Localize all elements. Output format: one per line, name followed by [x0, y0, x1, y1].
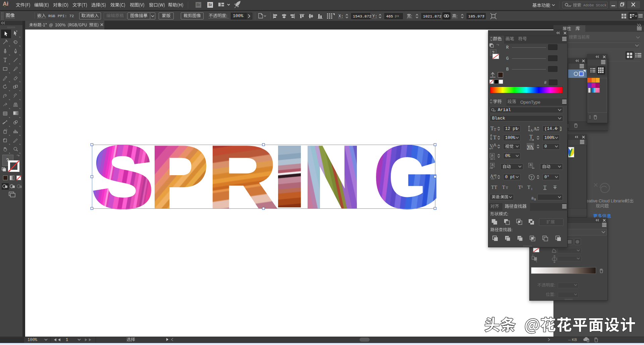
svg-text:P: P [150, 128, 208, 226]
svg-text:G: G [374, 128, 441, 226]
svg-text:N: N [303, 128, 361, 226]
svg-text:S: S [92, 128, 154, 226]
svg-text:R: R [208, 128, 277, 226]
